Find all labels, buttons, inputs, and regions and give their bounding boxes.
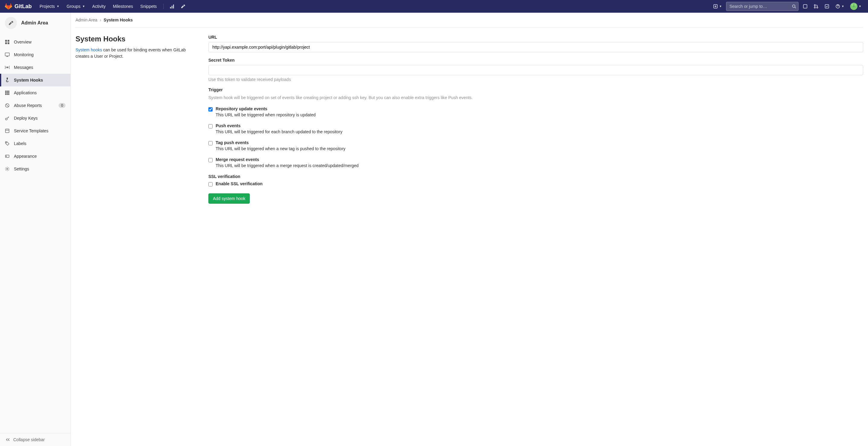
svg-rect-0 — [170, 7, 171, 8]
nav-milestones[interactable]: Milestones — [110, 1, 136, 12]
svg-rect-14 — [7, 42, 9, 44]
user-avatar — [850, 3, 858, 10]
url-label: URL — [208, 35, 863, 39]
ssl-checkbox-group: Enable SSL verification — [208, 181, 863, 187]
page-description: System hooks can be used for binding eve… — [75, 47, 190, 60]
svg-rect-18 — [5, 91, 6, 92]
sidebar-item-label: Applications — [14, 90, 37, 95]
sidebar-item-abuse-reports[interactable]: Abuse Reports 0 — [0, 99, 70, 112]
plus-dropdown[interactable]: ▼ — [711, 2, 724, 10]
checkbox-desc: This URL will be triggered for each bran… — [216, 129, 342, 134]
svg-point-33 — [7, 168, 8, 170]
sidebar-item-label: Abuse Reports — [14, 103, 42, 108]
repository-update-checkbox[interactable] — [208, 107, 213, 112]
nav-projects[interactable]: Projects▼ — [36, 1, 63, 12]
sidebar-nav: Overview Monitoring Messages System Hook… — [0, 33, 70, 433]
topnav-left: GitLab Projects▼ Groups▼ Activity Milest… — [5, 1, 188, 12]
url-input[interactable] — [208, 42, 863, 52]
sidebar-item-monitoring[interactable]: Monitoring — [0, 48, 70, 61]
sidebar-item-applications[interactable]: Applications — [0, 86, 70, 99]
sidebar-item-label: Appearance — [14, 154, 37, 159]
svg-rect-23 — [8, 92, 9, 93]
svg-point-8 — [817, 7, 818, 8]
content: Admin Area › System Hooks System Hooks S… — [71, 13, 868, 446]
hook-icon — [5, 78, 10, 83]
checkbox-label: Push events — [216, 123, 342, 128]
label-icon — [5, 141, 10, 146]
svg-rect-25 — [7, 94, 8, 95]
system-hooks-link[interactable]: System hooks — [75, 48, 102, 52]
admin-wrench-icon — [5, 17, 17, 29]
secret-token-input[interactable] — [208, 65, 863, 75]
nav-activity[interactable]: Activity — [89, 1, 108, 12]
checkbox-label: Merge request events — [216, 157, 359, 162]
sidebar-item-label: Labels — [14, 141, 26, 146]
add-system-hook-button[interactable]: Add system hook — [208, 194, 250, 204]
trigger-description: System hook will be triggered on set of … — [208, 95, 863, 101]
monitor-icon — [5, 52, 10, 57]
ssl-verification-checkbox[interactable] — [208, 182, 213, 186]
chevron-down-icon: ▼ — [841, 5, 844, 8]
svg-point-6 — [814, 4, 815, 6]
sidebar: Admin Area Overview Monitoring Messages … — [0, 13, 71, 446]
key-icon — [5, 116, 10, 121]
collapse-sidebar[interactable]: Collapse sidebar — [0, 433, 70, 446]
nav-divider — [163, 4, 164, 9]
nav-analytics-icon[interactable] — [167, 2, 177, 10]
svg-rect-15 — [5, 53, 9, 56]
help-dropdown[interactable]: ▼ — [834, 2, 846, 10]
nav-admin-wrench-icon[interactable] — [178, 2, 188, 10]
svg-rect-22 — [7, 92, 8, 93]
top-navigation: GitLab Projects▼ Groups▼ Activity Milest… — [0, 0, 868, 13]
todos-icon[interactable] — [823, 2, 831, 10]
applications-icon — [5, 90, 10, 95]
sidebar-item-label: Overview — [14, 39, 31, 44]
abuse-icon — [5, 103, 10, 108]
user-menu[interactable]: ▼ — [848, 1, 863, 12]
search-input[interactable] — [726, 2, 799, 11]
sidebar-item-label: Settings — [14, 167, 29, 171]
svg-point-17 — [7, 78, 8, 79]
tag-push-checkbox[interactable] — [208, 141, 213, 145]
chevron-right-icon: › — [100, 18, 101, 22]
sidebar-item-labels[interactable]: Labels — [0, 137, 70, 150]
sidebar-item-service-templates[interactable]: Service Templates — [0, 124, 70, 137]
chevron-down-icon: ▼ — [57, 5, 60, 8]
sidebar-item-system-hooks[interactable]: System Hooks — [0, 74, 70, 86]
sidebar-item-label: Deploy Keys — [14, 116, 38, 121]
merge-request-checkbox[interactable] — [208, 158, 213, 162]
nav-groups[interactable]: Groups▼ — [64, 1, 88, 12]
svg-rect-20 — [8, 91, 9, 92]
merge-requests-icon[interactable] — [812, 2, 820, 10]
form-column: URL Secret Token Use this token to valid… — [208, 35, 863, 204]
svg-point-16 — [7, 67, 8, 68]
push-events-checkbox[interactable] — [208, 124, 213, 128]
svg-rect-26 — [8, 94, 9, 95]
overview-icon — [5, 39, 10, 44]
issues-icon[interactable] — [801, 2, 809, 10]
sidebar-header[interactable]: Admin Area — [0, 13, 70, 33]
svg-rect-5 — [803, 4, 807, 8]
sidebar-item-messages[interactable]: Messages — [0, 61, 70, 74]
search-icon — [792, 4, 796, 8]
sidebar-item-appearance[interactable]: Appearance — [0, 150, 70, 162]
svg-point-30 — [6, 142, 7, 143]
breadcrumb: Admin Area › System Hooks — [75, 13, 863, 28]
ssl-label: SSL verification — [208, 174, 863, 179]
sidebar-item-label: Service Templates — [14, 128, 48, 133]
svg-point-7 — [814, 7, 815, 8]
appearance-icon — [5, 154, 10, 159]
breadcrumb-root[interactable]: Admin Area — [75, 18, 97, 22]
sidebar-item-deploy-keys[interactable]: Deploy Keys — [0, 112, 70, 124]
sidebar-item-label: Monitoring — [14, 52, 33, 57]
svg-rect-29 — [5, 129, 9, 132]
page-heading: System Hooks — [75, 35, 190, 43]
gitlab-logo-icon — [5, 3, 12, 10]
trigger-repository-update: Repository update events This URL will b… — [208, 107, 863, 117]
sidebar-item-overview[interactable]: Overview — [0, 36, 70, 48]
checkbox-label: Tag push events — [216, 140, 345, 145]
sidebar-item-settings[interactable]: Settings — [0, 162, 70, 175]
gitlab-logo[interactable]: GitLab — [5, 3, 32, 10]
secret-token-help: Use this token to validate received payl… — [208, 77, 863, 82]
nav-snippets[interactable]: Snippets — [137, 1, 160, 12]
